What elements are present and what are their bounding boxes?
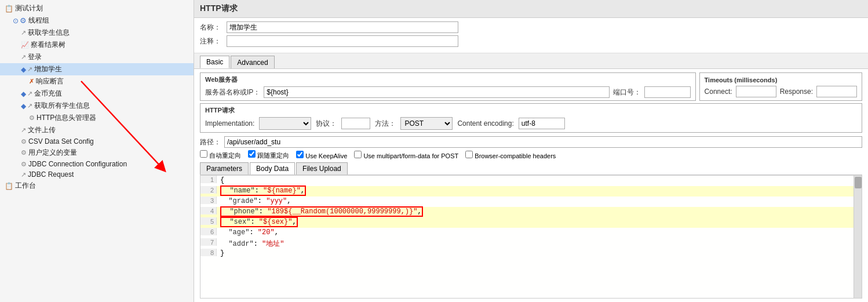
sidebar-item-recharge[interactable]: ◆↗金币充值 xyxy=(0,88,194,100)
tab-files-upload[interactable]: Files Upload xyxy=(296,162,348,174)
cb-keepalive-label[interactable]: Use KeepAlive xyxy=(296,151,347,159)
sidebar-item-login[interactable]: ↗登录 xyxy=(0,51,194,63)
encoding-input[interactable] xyxy=(519,118,565,129)
line-content-4: "phone": "189${__Random(10000000,9999999… xyxy=(217,207,423,216)
encoding-label: Content encoding: xyxy=(457,119,513,128)
impl-select[interactable] xyxy=(259,117,311,130)
line-number-7: 7 xyxy=(200,238,217,246)
server-label: 服务器名称或IP： xyxy=(205,88,260,97)
code-editor[interactable]: 1{2 "name": "${name}",3 "grade": "yyy",4… xyxy=(200,176,854,298)
method-select[interactable]: POST GET PUT DELETE xyxy=(400,117,453,130)
comment-row: 注释： xyxy=(200,35,862,47)
path-input[interactable] xyxy=(224,136,862,148)
sidebar-item-csv-config[interactable]: ⚙CSV Data Set Config xyxy=(0,136,194,147)
code-line-2: 2 "name": "${name}", xyxy=(200,186,854,197)
scrollbar[interactable] xyxy=(854,176,862,298)
cb-follow[interactable] xyxy=(248,150,256,158)
body-tabs: Parameters Body Data Files Upload xyxy=(200,162,862,175)
response-input[interactable] xyxy=(816,86,857,97)
line-number-1: 1 xyxy=(200,176,217,183)
http-method-row: Implementation: 协议： 方法： POST GET PUT DEL… xyxy=(205,117,857,130)
line-content-6: "age": "20", xyxy=(217,228,279,236)
code-line-4: 4 "phone": "189${__Random(10000000,99999… xyxy=(200,207,854,217)
port-label: 端口号： xyxy=(613,88,641,97)
name-input[interactable] xyxy=(227,21,458,33)
response-label: Response: xyxy=(780,88,813,96)
code-line-5: 5 "sex": "${sex}", xyxy=(200,217,854,228)
main-panel: HTTP请求 名称： 注释： Basic Advanced Web服务器 服务器… xyxy=(194,0,868,302)
line-number-8: 8 xyxy=(200,249,217,256)
main-tabs: Basic Advanced xyxy=(194,53,868,69)
cb-redirect-label[interactable]: 自动重定向 xyxy=(200,150,241,160)
sidebar-item-get-student[interactable]: ↗获取学生信息 xyxy=(0,27,194,39)
sidebar-item-get-all[interactable]: ◆↗获取所有学生信息 xyxy=(0,100,194,112)
cb-browser[interactable] xyxy=(465,151,473,158)
cb-redirect[interactable] xyxy=(200,150,207,158)
sidebar-item-thread-group[interactable]: ⊙⚙线程组 xyxy=(0,14,194,27)
cb-multipart[interactable] xyxy=(354,151,362,158)
checkbox-row: 自动重定向 跟随重定向 Use KeepAlive Use multipart/… xyxy=(200,150,862,160)
line-number-5: 5 xyxy=(200,217,217,225)
impl-label: Implementation: xyxy=(205,119,254,128)
tab-body-data[interactable]: Body Data xyxy=(250,162,295,174)
comment-label: 注释： xyxy=(200,37,223,46)
code-line-7: 7 "addr": "地址" xyxy=(200,238,854,249)
line-content-2: "name": "${name}", xyxy=(217,186,306,195)
http-request-section: HTTP请求 Implementation: 协议： 方法： POST GET … xyxy=(200,103,862,133)
sidebar-item-user-vars[interactable]: ⚙用户定义的变量 xyxy=(0,147,194,159)
timeouts-section: Timeouts (milliseconds) Connect: Respons… xyxy=(699,72,862,101)
line-number-2: 2 xyxy=(200,186,217,194)
path-label: 路径： xyxy=(200,137,221,147)
line-content-8: } xyxy=(217,249,224,257)
panel-title: HTTP请求 xyxy=(200,3,238,13)
line-content-7: "addr": "地址" xyxy=(217,238,284,249)
sidebar-item-view-tree[interactable]: 📈察看结果树 xyxy=(0,39,194,51)
code-line-6: 6 "age": "20", xyxy=(200,228,854,238)
timeouts-row: Connect: Response: xyxy=(705,86,857,97)
code-line-8: 8} xyxy=(200,249,854,259)
cb-multipart-label[interactable]: Use multipart/form-data for POST xyxy=(354,151,458,159)
sidebar-item-add-student[interactable]: ◆↗增加学生 xyxy=(0,63,194,75)
code-line-3: 3 "grade": "yyy", xyxy=(200,197,854,207)
sidebar-item-file-upload[interactable]: ↗文件上传 xyxy=(0,124,194,136)
line-number-4: 4 xyxy=(200,207,217,214)
line-content-3: "grade": "yyy", xyxy=(217,197,291,205)
method-label: 方法： xyxy=(375,119,396,129)
name-form-area: 名称： 注释： xyxy=(194,18,868,53)
sidebar-item-jdbc-conn[interactable]: ⚙JDBC Connection Configuration xyxy=(0,159,194,169)
line-content-5: "sex": "${sex}", xyxy=(217,217,298,226)
sidebar-item-test-plan[interactable]: 📋测试计划 xyxy=(0,2,194,14)
sidebar-item-http-header[interactable]: ⚙HTTP信息头管理器 xyxy=(0,112,194,124)
server-row: 服务器名称或IP： 端口号： xyxy=(205,86,691,98)
line-number-3: 3 xyxy=(200,197,217,204)
server-input[interactable] xyxy=(264,86,609,98)
line-number-6: 6 xyxy=(200,228,217,235)
web-server-title: Web服务器 xyxy=(205,75,691,84)
path-row: 路径： xyxy=(200,136,862,148)
protocol-input[interactable] xyxy=(341,118,370,129)
connect-label: Connect: xyxy=(705,88,732,96)
http-section-title: HTTP请求 xyxy=(205,106,857,115)
sidebar: 📋测试计划⊙⚙线程组↗获取学生信息📈察看结果树↗登录◆↗增加学生✗响应断言◆↗金… xyxy=(0,0,194,302)
cb-browser-label[interactable]: Browser-compatible headers xyxy=(465,151,556,159)
cb-keepalive[interactable] xyxy=(296,151,304,158)
code-editor-wrapper: 1{2 "name": "${name}",3 "grade": "yyy",4… xyxy=(200,175,862,299)
code-line-1: 1{ xyxy=(200,176,854,186)
sidebar-item-workbench[interactable]: 📋工作台 xyxy=(0,180,194,192)
line-content-1: { xyxy=(217,176,224,184)
sidebar-item-assert[interactable]: ✗响应断言 xyxy=(0,75,194,88)
name-row: 名称： xyxy=(200,21,862,33)
tab-parameters[interactable]: Parameters xyxy=(200,162,249,174)
cb-follow-label[interactable]: 跟随重定向 xyxy=(248,150,289,160)
web-server-section: Web服务器 服务器名称或IP： 端口号： xyxy=(200,72,696,101)
protocol-label: 协议： xyxy=(316,119,337,129)
port-input[interactable] xyxy=(644,86,691,98)
sidebar-item-jdbc-req[interactable]: ↗JDBC Request xyxy=(0,169,194,180)
tab-basic[interactable]: Basic xyxy=(200,56,229,68)
tab-advanced[interactable]: Advanced xyxy=(231,56,274,68)
timeouts-title: Timeouts (milliseconds) xyxy=(705,77,857,83)
panel-header: HTTP请求 xyxy=(194,0,868,18)
connect-input[interactable] xyxy=(736,86,776,97)
name-label: 名称： xyxy=(200,23,223,32)
comment-input[interactable] xyxy=(227,35,458,47)
